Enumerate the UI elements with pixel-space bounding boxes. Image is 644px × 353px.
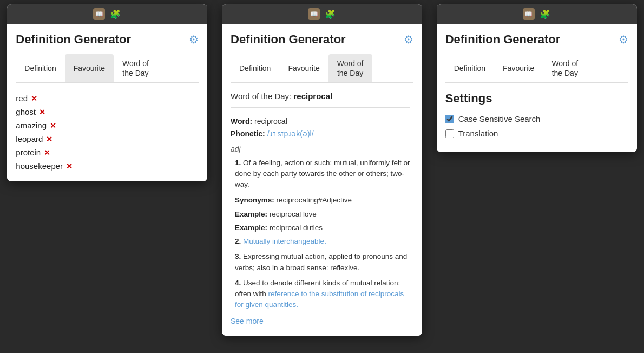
list-item: housekeeper ✕ <box>16 159 199 173</box>
tab-wotd-3[interactable]: Word ofthe Day <box>543 54 587 82</box>
synonyms-value: reciprocating#Adjective <box>277 196 352 204</box>
list-item: ghost ✕ <box>16 105 199 119</box>
definition-list: 1. Of a feeling, action or such: mutual,… <box>231 158 410 311</box>
def-item-3: 3. Expressing mutual action, applied to … <box>235 251 410 273</box>
browser-window-3: 📖 🧩 Definition Generator ⚙ Definition Fa… <box>437 4 637 152</box>
def-num-3: 3. <box>235 252 241 260</box>
remove-icon[interactable]: ✕ <box>39 108 45 116</box>
app-container-1: Definition Generator ⚙ Definition Favour… <box>7 24 207 181</box>
remove-icon[interactable]: ✕ <box>50 121 56 130</box>
puzzle-icon-2: 🧩 <box>324 8 336 20</box>
def-text-1: Of a feeling, action or such: mutual, un… <box>235 159 410 189</box>
def-item-4: 4. Used to denote different kinds of mut… <box>235 278 410 311</box>
list-item: protein ✕ <box>16 146 199 159</box>
tab-definition-3[interactable]: Definition <box>445 54 494 82</box>
def-item-2: 2. Mutually interchangeable. <box>235 236 410 247</box>
case-sensitive-label: Case Sensitive Search <box>458 114 541 123</box>
wotd-content[interactable]: Word of the Day: reciprocal Word: recipr… <box>231 91 413 327</box>
def-item-1: 1. Of a feeling, action or such: mutual,… <box>235 158 410 191</box>
extension-icon-2: 📖 <box>308 8 320 20</box>
def-text-3: Expressing mutual action, applied to pro… <box>235 252 407 271</box>
app-header-1: Definition Generator ⚙ <box>16 32 199 47</box>
see-more-link[interactable]: See more <box>231 317 264 325</box>
favourite-word: red <box>16 94 28 103</box>
browser-toolbar-1: 📖 🧩 <box>7 4 207 24</box>
def-num-1: 1. <box>235 159 241 167</box>
example2-value: reciprocal duties <box>270 224 323 232</box>
app-container-3: Definition Generator ⚙ Definition Favour… <box>437 24 637 152</box>
tab-wotd-1[interactable]: Word ofthe Day <box>114 54 157 82</box>
def-num-4: 4. <box>235 279 241 287</box>
favourite-word: leopard <box>16 134 43 143</box>
word-label: Word: <box>231 117 252 126</box>
translation-label: Translation <box>458 129 498 138</box>
tabs-2: Definition Favourite Word ofthe Day <box>231 54 413 83</box>
example2-label: Example: <box>235 224 267 232</box>
favourite-word: amazing <box>16 121 47 130</box>
app-title-3: Definition Generator <box>445 32 561 47</box>
word-line: Word: reciprocal <box>231 115 410 127</box>
favourite-word: housekeeper <box>16 161 63 171</box>
app-header-2: Definition Generator ⚙ <box>231 32 413 47</box>
remove-icon[interactable]: ✕ <box>31 94 37 103</box>
extension-icon-1: 📖 <box>93 8 105 20</box>
part-of-speech: adj <box>231 143 410 155</box>
word-value: reciprocal <box>254 117 287 126</box>
favourite-word: protein <box>16 148 41 157</box>
example1-label: Example: <box>235 210 267 218</box>
phonetic-label: Phonetic: <box>231 129 265 138</box>
browser-window-1: 📖 🧩 Definition Generator ⚙ Definition Fa… <box>7 4 207 181</box>
tab-definition-1[interactable]: Definition <box>16 54 64 82</box>
case-sensitive-checkbox[interactable] <box>445 115 454 123</box>
def-synonyms: Synonyms: reciprocating#Adjective <box>235 194 410 206</box>
tab-definition-2[interactable]: Definition <box>231 54 279 82</box>
list-item: red ✕ <box>16 91 199 105</box>
wotd-header: Word of the Day: reciprocal <box>231 91 410 108</box>
def-num-2: 2. <box>235 237 241 245</box>
settings-gear-icon-2[interactable]: ⚙ <box>404 33 413 46</box>
def-example-2: Example: reciprocal duties <box>235 222 410 234</box>
tabs-3: Definition Favourite Word ofthe Day <box>445 54 628 83</box>
remove-icon[interactable]: ✕ <box>66 162 73 171</box>
phonetic-line: Phonetic: /ɹɪ sɪpɹək(ə)l/ <box>231 128 410 140</box>
puzzle-icon-1: 🧩 <box>109 8 121 20</box>
tab-favourite-3[interactable]: Favourite <box>494 54 543 82</box>
app-header-3: Definition Generator ⚙ <box>445 32 628 47</box>
wotd-prefix: Word of the Day: <box>231 91 293 101</box>
settings-item-case-sensitive: Case Sensitive Search <box>445 114 628 123</box>
tab-favourite-1[interactable]: Favourite <box>65 54 114 82</box>
app-title-1: Definition Generator <box>16 32 131 47</box>
list-item: amazing ✕ <box>16 119 199 132</box>
tabs-1: Definition Favourite Word ofthe Day <box>16 54 199 83</box>
tab-favourite-2[interactable]: Favourite <box>279 54 328 82</box>
settings-title: Settings <box>445 91 628 106</box>
settings-item-translation: Translation <box>445 129 628 138</box>
example1-value: reciprocal love <box>270 210 317 218</box>
tab-wotd-2[interactable]: Word ofthe Day <box>328 54 372 82</box>
def-text-2: Mutually interchangeable. <box>243 237 326 245</box>
app-title-2: Definition Generator <box>231 32 346 47</box>
puzzle-icon-3: 🧩 <box>539 8 551 20</box>
app-container-2: Definition Generator ⚙ Definition Favour… <box>222 24 422 336</box>
settings-gear-icon-3[interactable]: ⚙ <box>619 33 628 46</box>
wotd-word: reciprocal <box>293 91 332 101</box>
panel-settings: 📖 🧩 Definition Generator ⚙ Definition Fa… <box>429 0 644 353</box>
extension-icon-3: 📖 <box>523 8 535 20</box>
browser-window-2: 📖 🧩 Definition Generator ⚙ Definition Fa… <box>222 4 422 336</box>
word-detail: Word: reciprocal Phonetic: /ɹɪ sɪpɹək(ə)… <box>231 115 410 327</box>
remove-icon[interactable]: ✕ <box>44 148 50 157</box>
settings-gear-icon-1[interactable]: ⚙ <box>189 33 199 46</box>
favourite-word: ghost <box>16 107 36 116</box>
translation-checkbox[interactable] <box>445 129 454 138</box>
favourite-list: red ✕ ghost ✕ amazing ✕ leopard ✕ protei… <box>16 91 199 173</box>
panel-wotd: 📖 🧩 Definition Generator ⚙ Definition Fa… <box>215 0 430 353</box>
list-item: leopard ✕ <box>16 132 199 146</box>
panel-favourite: 📖 🧩 Definition Generator ⚙ Definition Fa… <box>0 0 215 353</box>
def-example-1: Example: reciprocal love <box>235 208 410 220</box>
browser-toolbar-2: 📖 🧩 <box>222 4 422 24</box>
synonyms-label: Synonyms: <box>235 196 274 204</box>
remove-icon[interactable]: ✕ <box>46 135 52 143</box>
phonetic-value: /ɹɪ sɪpɹək(ə)l/ <box>267 129 314 138</box>
browser-toolbar-3: 📖 🧩 <box>437 4 637 24</box>
settings-panel: Settings Case Sensitive Search Translati… <box>445 91 628 138</box>
